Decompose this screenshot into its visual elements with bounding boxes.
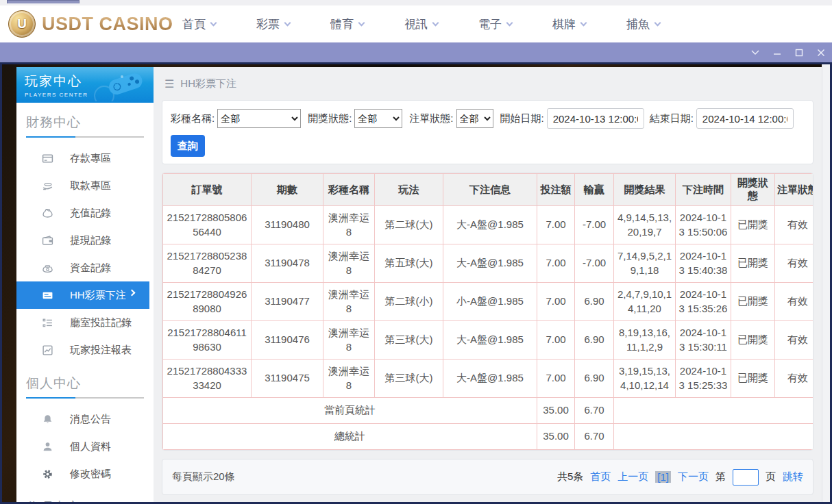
sidebar-item-player-bet-report[interactable]: 玩家投注報表: [16, 336, 154, 364]
summary-win-loss: 6.70: [575, 398, 614, 424]
sidebar-item-funds-record[interactable]: 資金記錄: [16, 254, 154, 281]
sidebar-item-label: 玩家投注報表: [70, 344, 132, 357]
summary-label: 總統計: [163, 424, 537, 450]
table-cell: 有效: [775, 360, 814, 398]
browser-top-strip: [0, 0, 832, 5]
end-date-input[interactable]: [696, 108, 794, 129]
chevron-down-icon: [358, 19, 365, 26]
prev-page-link[interactable]: 上一页: [617, 470, 648, 483]
table-cell: 大-A盤@1.985: [443, 244, 537, 283]
table-cell: 有效: [775, 206, 814, 244]
bets-table-panel: 訂單號 期數 彩種名稱 玩法 下注信息 投注額 輸贏 開獎結果 下注時間 開獎狀…: [162, 173, 813, 451]
menu-icon[interactable]: ☰: [164, 77, 174, 90]
table-cell: 第二球(小): [375, 283, 443, 321]
sidebar-item-change-password[interactable]: 修改密碼: [16, 460, 154, 488]
sidebar-item-hh-lottery-bets[interactable]: HH彩票下注: [16, 281, 149, 309]
chevron-down-icon: [210, 19, 217, 26]
pager: 共5条 首页 上一页 [1] 下一页 第 页 跳转: [557, 469, 803, 486]
deposit-card-icon: [41, 152, 53, 164]
draw-status-select[interactable]: 全部: [354, 109, 402, 128]
table-cell: 已開獎: [731, 360, 775, 398]
page-jump-input[interactable]: [733, 469, 759, 486]
lottery-name-select[interactable]: 全部: [217, 109, 301, 128]
table-cell: 2152172880492689080: [163, 283, 252, 321]
table-cell: 有效: [775, 283, 814, 321]
next-page-link[interactable]: 下一页: [678, 470, 709, 483]
breadcrumb: ☰ HH彩票下注: [154, 67, 822, 100]
nav-item-home[interactable]: 首頁: [182, 16, 216, 32]
nav-item-video[interactable]: 視訊: [404, 16, 438, 32]
jump-button[interactable]: 跳转: [783, 470, 803, 483]
jump-suffix-label: 页: [766, 470, 776, 483]
table-cell: 2024-10-13 15:40:38: [676, 244, 731, 283]
coin-letter: U: [17, 16, 27, 32]
site-logo[interactable]: U USDT CASINO: [8, 10, 173, 38]
page-title: HH彩票下注: [180, 77, 236, 90]
search-button[interactable]: 查詢: [171, 135, 205, 157]
coin-logo-icon: U: [8, 10, 36, 38]
table-cell: 已開獎: [731, 206, 775, 244]
sidebar-item-withdraw[interactable]: 取款專區: [16, 172, 154, 199]
coin-purse-icon: [41, 262, 53, 274]
table-cell: 2024-10-13 15:25:33: [676, 360, 731, 398]
section-title-personal: 個人中心: [26, 375, 154, 392]
filter-panel: 彩種名稱: 全部 開獎狀態: 全部 注單狀態: 全部 開始日期: 結束日期: 查…: [162, 100, 813, 164]
nav-item-lottery[interactable]: 彩票: [256, 16, 290, 32]
minimize-icon[interactable]: [772, 48, 781, 57]
table-cell: 7.00: [537, 321, 575, 360]
summary-empty-cell: [614, 424, 814, 450]
sidebar-item-label: 資金記錄: [70, 262, 111, 275]
chevron-down-icon: [580, 19, 587, 26]
nav-item-electronic[interactable]: 電子: [478, 16, 512, 32]
order-status-select[interactable]: 全部: [456, 109, 493, 128]
sidebar-item-withdrawal-record[interactable]: 提現記錄: [16, 227, 154, 254]
sidebar-item-profile[interactable]: 個人資料: [16, 433, 154, 460]
sidebar-item-announcements[interactable]: 消息公告: [16, 405, 154, 433]
person-icon: [41, 440, 53, 453]
table-header-row: 訂單號 期數 彩種名稱 玩法 下注信息 投注額 輸贏 開獎結果 下注時間 開獎狀…: [163, 174, 814, 206]
table-cell: 澳洲幸运8: [323, 360, 375, 398]
close-icon[interactable]: [816, 48, 825, 57]
wallet-icon: [41, 234, 53, 247]
table-cell: 2024-10-13 15:35:26: [676, 283, 731, 321]
table-cell: 7.00: [537, 360, 575, 398]
sidebar-item-label: 個人資料: [70, 440, 111, 453]
table-cell: 7.00: [537, 206, 575, 244]
table-cell: 31190477: [252, 283, 323, 321]
start-date-label: 開始日期:: [500, 112, 544, 125]
sidebar-item-recharge-record[interactable]: 充值記錄: [16, 199, 154, 227]
logo-text: USDT CASINO: [42, 14, 173, 35]
col-header: 彩種名稱: [323, 174, 375, 206]
first-page-link[interactable]: 首页: [590, 470, 611, 483]
sidebar-item-deposit[interactable]: 存款專區: [16, 144, 154, 172]
maximize-icon[interactable]: [794, 48, 803, 57]
jump-prefix-label: 第: [715, 470, 726, 483]
bell-icon: [41, 413, 53, 425]
browser-tab[interactable]: [7, 0, 79, 3]
sidebar-item-hall-bet-record[interactable]: 廳室投註記錄: [16, 309, 154, 336]
col-header: 輸贏: [575, 174, 614, 206]
nav-item-sports[interactable]: 體育: [330, 16, 364, 32]
sidebar-item-label: 消息公告: [70, 413, 111, 426]
nav-item-chess[interactable]: 棋牌: [552, 16, 586, 32]
table-cell: 已開獎: [731, 283, 775, 321]
table-row: 2152172880433333420 31190475 澳洲幸运8 第三球(大…: [163, 360, 814, 398]
summary-empty-cell: [614, 398, 814, 424]
scrollbar[interactable]: [822, 64, 830, 502]
window-titlebar: [0, 42, 832, 62]
table-cell: 澳洲幸运8: [323, 283, 375, 321]
table-cell: 7.00: [537, 244, 575, 283]
col-header: 下注時間: [676, 174, 731, 206]
nav-label: 視訊: [404, 16, 428, 32]
table-cell: 大-A盤@1.985: [443, 206, 537, 244]
current-page-indicator[interactable]: [1]: [655, 471, 671, 483]
pagination-bar: 每頁顯示20條 共5条 首页 上一页 [1] 下一页 第 页 跳转: [162, 459, 813, 495]
table-cell: 2152172880523884270: [163, 244, 252, 283]
nav-item-fishing[interactable]: 捕魚: [626, 16, 660, 32]
table-row: 2152172880580656440 31190480 澳洲幸运8 第二球(大…: [163, 206, 814, 244]
draw-status-label: 開獎狀態:: [308, 112, 352, 125]
chevron-down-icon[interactable]: [750, 48, 759, 57]
start-date-input[interactable]: [547, 108, 644, 129]
nav-label: 首頁: [182, 16, 206, 32]
table-cell: 31190478: [252, 244, 323, 283]
